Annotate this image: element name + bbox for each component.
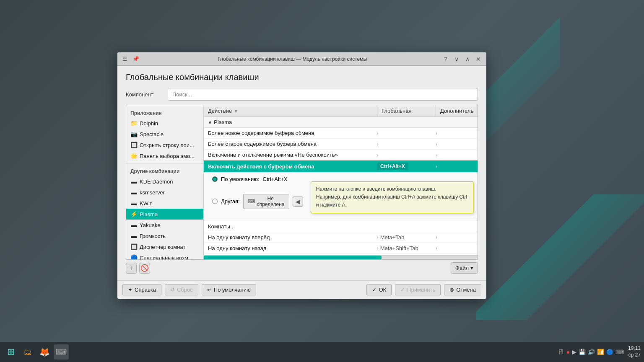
sidebar-item-emoji[interactable]: 🌟 Панель выбора эмо...	[126, 150, 203, 161]
sidebar-item-ksmserver[interactable]: ▬ ksmserver	[126, 187, 203, 198]
title-bar-pin-icon[interactable]: 📌	[132, 55, 140, 63]
window-controls: ? ∨ ∧ ✕	[441, 54, 483, 64]
row-chevron-icon: ›	[377, 153, 379, 158]
col-header-global: Глобальная	[377, 105, 436, 116]
sidebar-item-kwin[interactable]: ▬ KWin	[126, 198, 203, 209]
table-row[interactable]: Более старое содержимое буфера обмена › …	[204, 139, 478, 150]
row-global-value: Meta+Shift+Tab	[380, 245, 418, 251]
sidebar-label-access: Специальные возм...	[140, 255, 193, 260]
sidebar-item-volume[interactable]: ▬ Громкость	[126, 230, 203, 241]
tooltip: Нажмите на кнопке и введите комбинацию к…	[311, 181, 473, 213]
tray-volume-icon[interactable]: 🔊	[588, 349, 595, 355]
row-extra-chevron-icon: ›	[436, 246, 437, 251]
tooltip-line2: Например, для комбинации клавиш Ctrl+А з…	[316, 193, 468, 209]
sidebar-label-dolphin: Dolphin	[140, 120, 158, 127]
taskbar-keyboard-icon[interactable]: ⌨	[54, 344, 69, 359]
row-global: › Meta+Shift+Tab	[373, 245, 431, 251]
sidebar-item-rooms[interactable]: 🔲 Диспетчер комнат	[126, 241, 203, 252]
minimize-button[interactable]: ∨	[452, 54, 461, 64]
kde-daemon-icon: ▬	[130, 178, 137, 185]
col-sort-icon: ▼	[234, 109, 238, 114]
tray-monitor-icon[interactable]: 🖥	[558, 348, 564, 356]
component-row: Компонент:	[126, 88, 478, 101]
shortcut-define-button[interactable]: ⌨ Не определена	[243, 194, 289, 209]
sidebar-item-kde-daemon[interactable]: ▬ KDE Daemon	[126, 176, 203, 187]
help-button[interactable]: ?	[441, 54, 450, 64]
table-row[interactable]: На одну комнату вперёд › Meta+Tab ›	[204, 232, 478, 243]
rooms-icon: 🔲	[130, 243, 137, 250]
table-row[interactable]: На одну комнату назад › Meta+Shift+Tab ›	[204, 243, 478, 254]
table-row-selected[interactable]: Включить действия с буфером обмена Ctrl+…	[204, 160, 478, 173]
maximize-button[interactable]: ∧	[463, 54, 472, 64]
row-action: Более старое содержимое буфера обмена	[208, 141, 373, 147]
sidebar-item-open-row[interactable]: 🔲 Открыть строку пои...	[126, 140, 203, 150]
help-btn[interactable]: ✦ Справка	[122, 284, 161, 295]
taskbar-apps-icon[interactable]: ⊞	[3, 344, 18, 359]
sidebar-item-dolphin[interactable]: 📁 Dolphin	[126, 118, 203, 129]
sidebar-label-kwin: KWin	[140, 200, 153, 207]
row-chevron-icon: ›	[377, 142, 379, 147]
close-button[interactable]: ✕	[474, 54, 483, 64]
sub-row-default-value: Ctrl+Alt+X	[263, 176, 288, 182]
sidebar-item-access[interactable]: 🔵 Специальные возм...	[126, 252, 203, 259]
ok-btn[interactable]: ✓ ОК	[366, 284, 392, 295]
add-button[interactable]: +	[126, 263, 137, 274]
tray-storage-icon[interactable]: 💾	[579, 349, 586, 355]
sub-row-default-label: По умолчанию:	[221, 176, 260, 182]
row-extra: ›	[431, 153, 473, 158]
group-label: Plasma	[214, 119, 232, 125]
row-extra-chevron-icon: ›	[436, 142, 437, 147]
defaults-btn[interactable]: ↩ По умолчанию	[202, 284, 256, 295]
tray-network-icon[interactable]: 📶	[597, 349, 604, 355]
sidebar-label-yakuake: Yakuake	[140, 222, 161, 228]
row-global-value: Meta+Tab	[380, 234, 404, 240]
group-header-plasma[interactable]: ∨ Plasma	[204, 117, 478, 128]
search-input[interactable]	[168, 88, 478, 101]
title-bar-menu-icon[interactable]: ☰	[121, 55, 129, 63]
sidebar-item-plasma[interactable]: ⚡ Plasma	[126, 209, 203, 220]
cancel-btn[interactable]: ⊗ Отмена	[444, 284, 481, 295]
reset-btn[interactable]: ↺ Сброс	[165, 284, 198, 295]
sidebar-divider	[126, 163, 203, 163]
row-extra: ›	[431, 246, 473, 251]
sidebar-item-yakuake[interactable]: ▬ Yakuake	[126, 220, 203, 230]
ok-check-icon: ✓	[372, 287, 377, 293]
dialog-body: Приложения 📁 Dolphin 📷 Spectacle 🔲 Откры…	[126, 105, 478, 260]
sidebar-label-spectacle: Spectacle	[140, 131, 164, 137]
file-dropdown-chevron-icon: ▾	[470, 265, 473, 271]
title-bar: ☰ 📌 Глобальные комбинации клавиш — Модул…	[117, 52, 486, 66]
table-body: ∨ Plasma Более новое содержимое буфера о…	[204, 117, 478, 255]
tray-red-icon[interactable]: ●	[566, 349, 570, 355]
radio-default[interactable]	[212, 176, 218, 182]
reset-icon: ↺	[170, 287, 175, 293]
clock-time: 19:11	[628, 345, 641, 352]
row-extra: ›	[431, 142, 473, 147]
table-row[interactable]: Включение и отключение режима «Не беспок…	[204, 150, 478, 160]
clear-shortcut-button[interactable]: ◀	[293, 197, 303, 207]
sidebar-item-spectacle[interactable]: 📷 Spectacle	[126, 129, 203, 140]
horizontal-scrollbar[interactable]	[204, 255, 478, 259]
taskbar-files-icon[interactable]: 🗂	[20, 344, 35, 359]
tray-bluetooth-icon[interactable]: 🔵	[606, 349, 613, 355]
delete-button[interactable]: 🚫	[139, 263, 150, 274]
row-extra-chevron-icon: ›	[436, 131, 437, 136]
row-global: ›	[373, 142, 431, 147]
table-row[interactable]: Более новое содержимое буфера обмена › ›	[204, 128, 478, 139]
volume-icon: ▬	[130, 233, 137, 239]
tray-play-icon[interactable]: ▶	[572, 349, 576, 355]
row-action-selected: Включить действия с буфером обмена	[208, 163, 373, 170]
row-extra-chevron-icon: ›	[436, 153, 437, 158]
spectacle-icon: 📷	[130, 131, 137, 137]
open-row-icon: 🔲	[130, 142, 137, 148]
tray-keyboard2-icon[interactable]: ⌨	[615, 349, 624, 355]
emoji-icon: 🌟	[130, 153, 137, 159]
row-extra: ›	[431, 131, 473, 136]
sidebar-other-label: Другие комбинации	[126, 165, 203, 176]
apply-btn[interactable]: ✓ Применить	[395, 284, 441, 295]
table-row[interactable]: Комнаты...	[204, 221, 478, 232]
shortcut-badge: Ctrl+Alt+X	[377, 163, 408, 170]
radio-other[interactable]	[212, 199, 218, 204]
taskbar-firefox-icon[interactable]: 🦊	[37, 344, 52, 359]
file-dropdown[interactable]: Файл ▾	[451, 262, 478, 274]
window-title: Глобальные комбинации клавиш — Модуль на…	[143, 56, 441, 62]
